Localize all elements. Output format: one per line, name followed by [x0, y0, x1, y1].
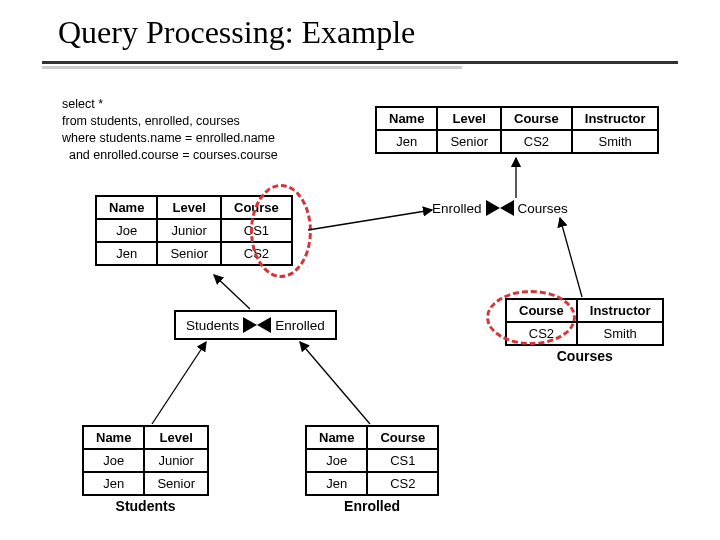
courses-caption: Courses: [505, 348, 664, 364]
col-header: Level: [144, 426, 208, 449]
join-left-label: Enrolled: [432, 201, 482, 216]
cell: Smith: [577, 322, 664, 345]
svg-line-6: [560, 218, 582, 297]
col-header: Level: [157, 196, 221, 219]
cell: Junior: [157, 219, 221, 242]
enrolled-table: Name Course Joe CS1 Jen CS2: [305, 425, 439, 496]
cell: Jen: [83, 472, 144, 495]
page-title: Query Processing: Example: [0, 0, 720, 57]
cell: Smith: [572, 130, 659, 153]
svg-line-5: [308, 210, 432, 230]
join-enrolled-courses: Enrolled Courses: [432, 200, 568, 216]
col-header: Name: [96, 196, 157, 219]
bowtie-icon: [486, 200, 514, 216]
svg-marker-1: [500, 200, 514, 216]
col-header: Name: [306, 426, 367, 449]
cell: Senior: [437, 130, 501, 153]
cell: Jen: [376, 130, 437, 153]
col-header: Instructor: [572, 107, 659, 130]
cell: Senior: [144, 472, 208, 495]
cell: Joe: [96, 219, 157, 242]
cell: CS2: [501, 130, 572, 153]
join-right-label: Enrolled: [275, 318, 325, 333]
title-rule: [42, 61, 678, 64]
join-right-label: Courses: [518, 201, 568, 216]
join-students-enrolled: Students Enrolled: [174, 310, 337, 340]
enrolled-caption: Enrolled: [305, 498, 439, 514]
students-caption: Students: [82, 498, 209, 514]
highlight-oval: [250, 184, 312, 278]
col-header: Level: [437, 107, 501, 130]
cell: Junior: [144, 449, 208, 472]
title-subrule: [42, 66, 462, 69]
result-table: Name Level Course Instructor Jen Senior …: [375, 106, 659, 154]
svg-marker-3: [257, 317, 271, 333]
cell: Jen: [96, 242, 157, 265]
col-header: Course: [501, 107, 572, 130]
svg-marker-2: [243, 317, 257, 333]
svg-line-7: [214, 275, 250, 309]
bowtie-icon: [243, 317, 271, 333]
col-header: Name: [83, 426, 144, 449]
col-header: Course: [367, 426, 438, 449]
cell: CS2: [367, 472, 438, 495]
students-table: Name Level Joe Junior Jen Senior: [82, 425, 209, 496]
svg-line-8: [152, 342, 206, 424]
join-left-label: Students: [186, 318, 239, 333]
cell: CS1: [367, 449, 438, 472]
cell: Senior: [157, 242, 221, 265]
col-header: Name: [376, 107, 437, 130]
svg-marker-0: [486, 200, 500, 216]
col-header: Instructor: [577, 299, 664, 322]
highlight-oval: [486, 290, 576, 345]
cell: Joe: [306, 449, 367, 472]
svg-line-9: [300, 342, 370, 424]
cell: Jen: [306, 472, 367, 495]
cell: Joe: [83, 449, 144, 472]
sql-query: select * from students, enrolled, course…: [62, 96, 278, 164]
